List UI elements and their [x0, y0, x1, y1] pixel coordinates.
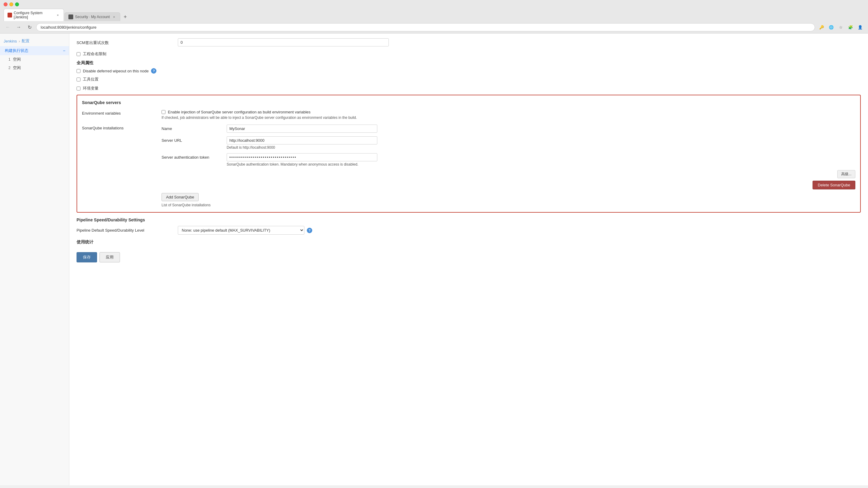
pipeline-select-area: None: use pipeline default (MAX_SURVIVAB… [178, 226, 312, 235]
bookmark-star-icon[interactable]: ☆ [837, 23, 845, 31]
breadcrumb-config[interactable]: 配置 [22, 38, 30, 44]
disable-wipeout-help-icon[interactable]: ? [151, 68, 156, 74]
back-button[interactable]: ← [4, 23, 12, 31]
tool-location-row: 工具位置 [76, 77, 861, 82]
apply-button[interactable]: 应用 [99, 252, 120, 262]
installations-label: SonarQube installations [82, 124, 154, 130]
pipeline-default-row: Pipeline Default Speed/Durability Level … [76, 226, 861, 235]
sub-label-2: 空闲 [13, 65, 21, 70]
new-tab-button[interactable]: + [121, 13, 129, 21]
tab-configure-label: Configure System [Jenkins] [14, 11, 54, 19]
env-vars-label-top: 环境变量 [83, 86, 98, 91]
tab-security[interactable]: Security · My Account × [64, 12, 120, 21]
tabs-bar: Configure System [Jenkins] × Security · … [0, 9, 868, 21]
title-bar [0, 0, 868, 9]
env-vars-checkbox-top[interactable] [76, 87, 81, 90]
scm-row: SCM签出重试次数 [76, 38, 861, 47]
pipeline-help-icon[interactable]: ? [307, 228, 312, 233]
tab-close-configure[interactable]: × [56, 13, 60, 18]
tab-close-security[interactable]: × [112, 15, 116, 19]
breadcrumb-jenkins[interactable]: Jenkins [4, 39, 17, 44]
bottom-actions: 保存 应用 [76, 252, 861, 270]
breadcrumb: Jenkins › 配置 [0, 36, 69, 46]
sub-label-1: 空闲 [13, 57, 21, 62]
key-icon[interactable]: 🔑 [817, 23, 826, 31]
advanced-row: 高级... [161, 170, 855, 178]
url-bar[interactable]: localhost:8080/jenkins/configure [36, 23, 815, 31]
sub-num-1: 1 [8, 57, 10, 61]
project-limit-label: 工程命名限制 [83, 51, 106, 57]
browser-chrome: Configure System [Jenkins] × Security · … [0, 0, 868, 33]
profile-icon[interactable]: 👤 [856, 23, 864, 31]
tab-configure[interactable]: Configure System [Jenkins] × [4, 9, 64, 21]
add-sonar-row: Add SonarQube List of SonarQube installa… [82, 193, 855, 207]
sonar-url-label: Server URL [161, 136, 222, 143]
project-limit-row: 工程命名限制 [76, 51, 861, 57]
extensions-icon[interactable]: 🧩 [846, 23, 855, 31]
add-sonarqube-button[interactable]: Add SonarQube [161, 193, 198, 201]
sonar-token-hint: SonarQube authentication token. Mandator… [227, 162, 855, 167]
breadcrumb-separator: › [19, 39, 20, 44]
tab-security-label: Security · My Account [75, 15, 110, 19]
tool-location-checkbox[interactable] [76, 78, 81, 81]
sonar-name-input[interactable] [227, 124, 377, 133]
scm-input-area [178, 38, 861, 47]
env-vars-row-top: 环境变量 [76, 86, 861, 91]
usage-title: 使用统计 [76, 239, 861, 245]
close-button[interactable] [4, 2, 7, 6]
delete-sonarqube-button[interactable]: Delete SonarQube [812, 181, 855, 190]
sonar-token-label: Server authentication token [161, 153, 222, 160]
sonar-env-desc: If checked, job administrators will be a… [161, 116, 357, 120]
sonar-name-row: Name [161, 124, 855, 133]
sonar-env-vars-row: Environment variables Enable injection o… [82, 110, 855, 120]
pipeline-default-label: Pipeline Default Speed/Durability Level [76, 228, 173, 233]
sonar-env-label: Environment variables [82, 110, 154, 116]
jenkins-favicon [7, 13, 12, 18]
pipeline-section: Pipeline Speed/Durability Settings Pipel… [76, 218, 861, 235]
sonar-token-input[interactable] [227, 153, 377, 161]
sonar-url-hint: Default is http://localhost:9000 [227, 145, 855, 150]
traffic-lights [4, 2, 19, 6]
sidebar-item-build-label: 构建执行状态 [5, 48, 28, 53]
sonar-env-checkbox-label: Enable injection of SonarQube server con… [168, 110, 310, 114]
main-content: SCM签出重试次数 工程命名限制 全局属性 Disable deferred w… [69, 33, 868, 485]
sonar-list-hint: List of SonarQube installations [161, 203, 211, 207]
app-container: Jenkins › 配置 构建执行状态 − 1 空闲 2 空闲 SCM签出重试次… [0, 33, 868, 485]
delete-row: Delete SonarQube [161, 181, 855, 190]
sonarqube-title: SonarQube servers [82, 100, 855, 105]
sonar-url-input-area: Default is http://localhost:9000 [227, 136, 855, 150]
sidebar-sub-item-2[interactable]: 2 空闲 [0, 64, 69, 72]
sonar-url-row: Server URL Default is http://localhost:9… [161, 136, 855, 150]
collapse-icon[interactable]: − [63, 48, 65, 53]
advanced-button[interactable]: 高级... [837, 170, 855, 178]
sonar-name-label: Name [161, 124, 222, 131]
pipeline-select[interactable]: None: use pipeline default (MAX_SURVIVAB… [178, 226, 304, 235]
save-button[interactable]: 保存 [76, 252, 97, 262]
minimize-button[interactable] [9, 2, 13, 6]
sonar-token-input-area: SonarQube authentication token. Mandator… [227, 153, 855, 167]
translate-icon[interactable]: 🌐 [827, 23, 835, 31]
maximize-button[interactable] [15, 2, 19, 6]
installations-row: SonarQube installations Name Server URL [82, 124, 855, 193]
sidebar-item-build-status[interactable]: 构建执行状态 − [0, 46, 69, 55]
reload-button[interactable]: ↻ [25, 23, 34, 31]
forward-button[interactable]: → [14, 23, 23, 31]
browser-actions: 🔑 🌐 ☆ 🧩 👤 [817, 23, 864, 31]
sonar-env-check-line: Enable injection of SonarQube server con… [161, 110, 357, 114]
disable-wipeout-checkbox[interactable] [76, 69, 81, 73]
sidebar-sub-item-1[interactable]: 1 空闲 [0, 55, 69, 64]
sonar-env-checkbox[interactable] [161, 110, 165, 114]
scm-label: SCM签出重试次数 [76, 38, 173, 46]
sonarqube-section: SonarQube servers Environment variables … [76, 95, 861, 212]
sidebar: Jenkins › 配置 构建执行状态 − 1 空闲 2 空闲 [0, 33, 69, 485]
disable-wipeout-label: Disable deferred wipeout on this node [83, 69, 149, 73]
installations-content: Name Server URL Default is http://localh… [161, 124, 855, 193]
sonar-url-input[interactable] [227, 136, 377, 144]
global-props-title: 全局属性 [76, 60, 861, 66]
scm-input[interactable] [178, 38, 389, 47]
security-favicon [68, 15, 73, 19]
url-text: localhost:8080/jenkins/configure [41, 25, 96, 30]
sub-num-2: 2 [8, 66, 10, 70]
project-limit-checkbox[interactable] [76, 52, 81, 56]
pipeline-title: Pipeline Speed/Durability Settings [76, 218, 861, 222]
